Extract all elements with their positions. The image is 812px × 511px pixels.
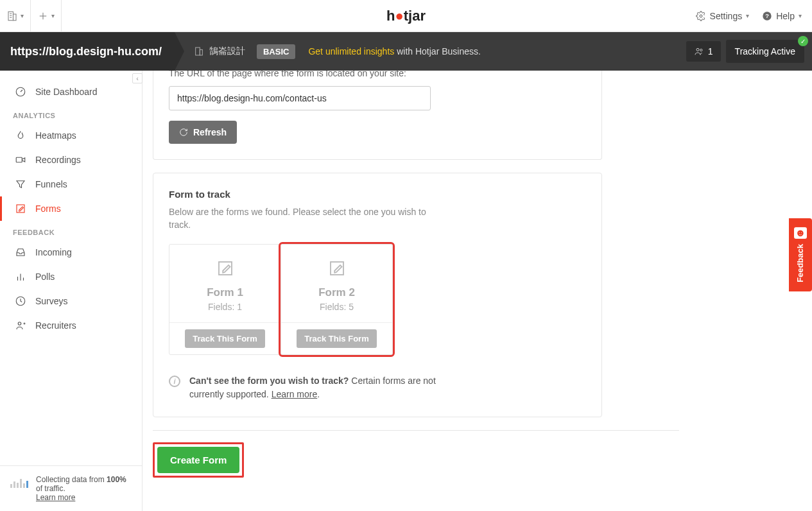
form-edit-icon: [327, 259, 347, 278]
sidebar-item-polls[interactable]: Polls: [0, 264, 142, 289]
create-form-button[interactable]: Create Form: [157, 447, 239, 473]
building-icon: [194, 46, 204, 56]
nav-list: Site Dashboard ANALYTICS Heatmaps Record…: [0, 71, 142, 465]
svg-rect-11: [200, 49, 202, 55]
track-form-button[interactable]: Track This Form: [185, 329, 264, 348]
svg-point-21: [18, 322, 21, 325]
video-icon: [15, 154, 26, 166]
main-content: The URL of the page where the form is lo…: [143, 71, 812, 511]
help-label: Help: [776, 11, 795, 21]
inbox-icon: [15, 247, 26, 258]
page-url-input[interactable]: [169, 86, 431, 110]
hotjar-logo: h●tjar: [386, 8, 426, 24]
building-icon: [6, 10, 18, 22]
form-card-footer: Track This Form: [281, 322, 392, 354]
breadcrumb-site-url[interactable]: https://blog.design-hu.com/: [0, 32, 175, 71]
settings-menu[interactable]: Settings ▾: [696, 11, 750, 21]
form-card-title: Form 2: [288, 286, 386, 299]
sidebar-collapse-button[interactable]: ‹: [132, 73, 143, 83]
org-switcher[interactable]: ▾: [0, 0, 31, 32]
upsell-link[interactable]: Get unlimited insights: [308, 46, 394, 56]
settings-label: Settings: [710, 11, 743, 21]
sub-header: https://blog.design-hu.com/ 鵠崙設計 BASIC G…: [0, 32, 812, 71]
check-icon: ✓: [798, 36, 808, 46]
user-count-number: 1: [708, 46, 713, 56]
form-card-title: Form 1: [176, 286, 274, 299]
form-card-2[interactable]: Form 2 Fields: 5 Track This Form: [281, 244, 393, 355]
caret-down-icon: ▾: [799, 12, 802, 19]
sidebar-item-funnels[interactable]: Funnels: [0, 172, 142, 196]
form-card-body: Form 1 Fields: 1: [169, 245, 281, 322]
svg-point-7: [700, 15, 702, 17]
bottom-bar: Create Form: [153, 430, 679, 489]
sidebar-item-surveys[interactable]: Surveys: [0, 289, 142, 313]
svg-text:?: ?: [765, 13, 769, 19]
sidebar-item-label: Recruiters: [35, 320, 76, 331]
user-count-button[interactable]: 1: [686, 41, 721, 62]
add-new-button[interactable]: ▾: [31, 0, 62, 32]
sidebar-footer: Collecting data from 100% of traffic. Le…: [0, 465, 142, 511]
sidebar-item-label: Funnels: [35, 179, 67, 189]
gear-icon: [696, 11, 706, 21]
sidebar-item-label: Recordings: [35, 155, 81, 165]
sidebar-item-label: Heatmaps: [35, 130, 76, 141]
sidebar-item-recordings[interactable]: Recordings: [0, 148, 142, 172]
sidebar-item-label: Surveys: [35, 296, 68, 306]
plus-icon: [37, 10, 49, 22]
help-menu[interactable]: ? Help ▾: [762, 11, 802, 21]
upsell-rest: with Hotjar Business.: [394, 46, 481, 56]
info-text: Can't see the form you wish to track? Ce…: [189, 374, 438, 401]
info-row: i Can't see the form you wish to track? …: [169, 374, 438, 401]
sidebar-item-dashboard[interactable]: Site Dashboard: [0, 80, 142, 104]
sidebar: ‹ Site Dashboard ANALYTICS Heatmaps Reco…: [0, 71, 143, 511]
sidebar-item-recruiters[interactable]: Recruiters: [0, 313, 142, 338]
refresh-label: Refresh: [193, 127, 227, 137]
traffic-sparkline-icon: [10, 475, 28, 488]
user-plus-icon: [15, 320, 26, 331]
create-form-label: Create Form: [170, 455, 227, 465]
form-card-footer: Track This Form: [169, 322, 281, 354]
sub-header-right: 1 Tracking Active ✓: [686, 40, 804, 63]
form-section-subtitle: Below are the forms we found. Please sel…: [169, 206, 438, 231]
sidebar-item-forms[interactable]: Forms: [0, 196, 142, 221]
form-card-1[interactable]: Form 1 Fields: 1 Track This Form: [169, 244, 281, 355]
upsell-text: Get unlimited insights with Hotjar Busin…: [308, 46, 480, 56]
layout: ‹ Site Dashboard ANALYTICS Heatmaps Reco…: [0, 71, 812, 511]
sub-header-left: https://blog.design-hu.com/ 鵠崙設計 BASIC G…: [0, 32, 481, 71]
form-track-panel: Form to track Below are the forms we fou…: [153, 173, 602, 417]
help-icon: ?: [762, 11, 772, 21]
info-learn-more-link[interactable]: Learn more: [272, 389, 318, 399]
smile-icon: ☻: [794, 227, 807, 239]
track-form-button[interactable]: Track This Form: [297, 329, 376, 348]
svg-rect-1: [13, 14, 17, 21]
feedback-label: Feedback: [796, 244, 806, 282]
sidebar-item-label: Site Dashboard: [35, 87, 98, 97]
traffic-percent: 100%: [107, 475, 126, 484]
form-section-title: Form to track: [169, 189, 586, 200]
refresh-button[interactable]: Refresh: [169, 121, 237, 144]
traffic-learn-more-link[interactable]: Learn more: [36, 493, 75, 502]
svg-rect-0: [8, 12, 13, 21]
form-card-body: Form 2 Fields: 5: [281, 245, 392, 322]
tracking-status-button[interactable]: Tracking Active ✓: [726, 40, 804, 63]
caret-down-icon: ▾: [21, 12, 24, 19]
funnel-icon: [15, 178, 26, 190]
caret-down-icon: ▾: [51, 12, 55, 19]
form-card-fields: Fields: 5: [288, 302, 386, 312]
svg-rect-15: [16, 157, 22, 162]
traffic-text-suffix: of traffic.: [36, 484, 65, 493]
traffic-text-prefix: Collecting data from: [36, 475, 107, 484]
edit-icon: [15, 203, 26, 214]
sidebar-item-label: Forms: [35, 204, 61, 214]
clock-icon: [15, 295, 26, 307]
sidebar-item-heatmaps[interactable]: Heatmaps: [0, 123, 142, 148]
traffic-text: Collecting data from 100% of traffic. Le…: [36, 475, 132, 502]
flame-icon: [15, 130, 26, 141]
feedback-tab[interactable]: Feedback ☻: [789, 218, 812, 291]
sidebar-item-incoming[interactable]: Incoming: [0, 240, 142, 264]
nav-section-analytics: ANALYTICS: [0, 104, 142, 123]
nav-section-feedback: FEEDBACK: [0, 221, 142, 240]
site-name-block: 鵠崙設計 BASIC Get unlimited insights with H…: [175, 44, 481, 59]
site-name-text: 鵠崙設計: [209, 46, 245, 57]
top-header-left: ▾ ▾: [0, 0, 62, 31]
